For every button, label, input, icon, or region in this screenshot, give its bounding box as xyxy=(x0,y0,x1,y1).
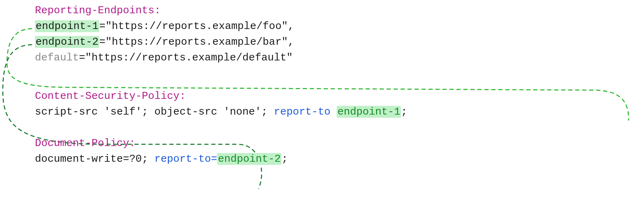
docpolicy-endpoint-ref: endpoint-2 xyxy=(217,153,281,165)
csp-value: script-src 'self'; object-src 'none'; xyxy=(35,106,274,118)
endpoint-1-key: endpoint-1 xyxy=(35,20,99,32)
header-doc-policy: Document-Policy: xyxy=(35,137,136,149)
equals: = xyxy=(79,52,85,64)
csp-suffix: ; xyxy=(401,106,407,118)
csp-report-to: report-to xyxy=(274,106,337,118)
default-url: "https://reports.example/default" xyxy=(85,52,293,64)
document-policy-block: Document-Policy: document-write=?0; repo… xyxy=(35,136,644,167)
reporting-endpoints-block: Reporting-Endpoints: endpoint-1="https:/… xyxy=(35,3,644,66)
header-reporting-endpoints: Reporting-Endpoints: xyxy=(35,5,161,16)
equals: = xyxy=(99,36,105,48)
docpolicy-value: document-write=?0; xyxy=(35,153,154,165)
comma: , xyxy=(288,36,294,48)
endpoint-1-url: "https://reports.example/foo" xyxy=(105,20,288,32)
csp-block: Content-Security-Policy: script-src 'sel… xyxy=(35,88,644,120)
endpoint-2-url: "https://reports.example/bar" xyxy=(105,36,288,48)
default-key: default xyxy=(35,52,79,64)
endpoint-2-key: endpoint-2 xyxy=(35,36,99,48)
equals: = xyxy=(99,20,105,32)
csp-endpoint-ref: endpoint-1 xyxy=(337,106,401,118)
comma: , xyxy=(288,20,294,32)
docpolicy-report-to: report-to= xyxy=(154,153,217,165)
docpolicy-suffix: ; xyxy=(281,153,288,165)
header-csp: Content-Security-Policy: xyxy=(35,90,186,102)
